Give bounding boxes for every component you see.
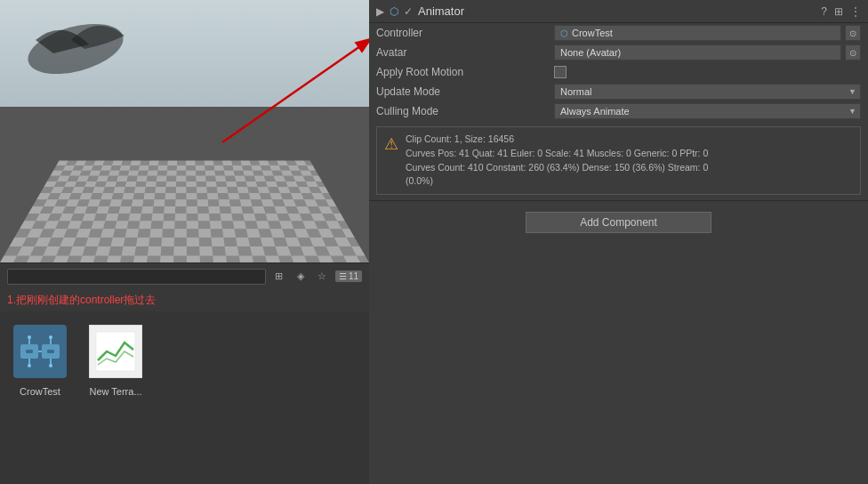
animator-info-text: Clip Count: 1, Size: 16456 Curves Pos: 4… <box>406 133 708 189</box>
layout-icon[interactable]: ⊞ <box>834 5 843 18</box>
avatar-value-field[interactable]: None (Avatar) <box>554 44 841 60</box>
controller-value-field[interactable]: ⬡ CrowTest <box>554 25 841 41</box>
star-icon[interactable]: ☆ <box>314 269 330 285</box>
chevron-down-icon: ▼ <box>848 107 856 116</box>
terrain-label: New Terra... <box>89 386 141 397</box>
svg-rect-7 <box>47 350 54 353</box>
instruction-bar: 1.把刚刚创建的controller拖过去 <box>0 289 369 311</box>
warning-icon: ⚠ <box>384 134 398 189</box>
avatar-value-container: None (Avatar) ⊙ <box>554 44 861 60</box>
layers-count: 11 <box>349 271 358 281</box>
arrow-icon: ▶ <box>376 5 384 18</box>
list-item[interactable]: CrowTest <box>9 320 71 397</box>
avatar-value: None (Avatar) <box>560 47 621 58</box>
apply-root-motion-value <box>554 66 861 78</box>
terrain-asset-icon <box>84 320 147 383</box>
left-panel: ⊞ ◈ ☆ ☰ 11 1.把刚刚创建的controller拖过去 <box>0 0 369 484</box>
add-component-section: Add Component <box>369 201 868 244</box>
create-icon[interactable]: ⊞ <box>271 269 287 285</box>
search-input[interactable] <box>7 269 266 285</box>
inspector-title: Animator <box>418 4 816 18</box>
viewport <box>0 0 369 262</box>
crowtest-asset-icon <box>9 320 71 383</box>
inspector-header: ▶ ⬡ ✓ Animator ? ⊞ ⋮ <box>369 0 868 23</box>
help-icon[interactable]: ? <box>821 5 827 18</box>
info-line-3: Curves Count: 410 Constant: 260 (63.4%) … <box>406 162 708 173</box>
asset-toolbar: ⊞ ◈ ☆ ☰ 11 <box>0 262 369 289</box>
culling-mode-value-container: Always Animate ▼ <box>554 103 861 119</box>
animator-component: Controller ⬡ CrowTest ⊙ Avatar None (Ava… <box>369 23 868 201</box>
controller-value: CrowTest <box>572 28 613 38</box>
header-actions: ? ⊞ ⋮ <box>821 5 861 18</box>
avatar-select-button[interactable]: ⊙ <box>845 44 861 60</box>
inspector-panel: ▶ ⬡ ✓ Animator ? ⊞ ⋮ Controller ⬡ CrowTe… <box>369 0 868 484</box>
controller-select-button[interactable]: ⊙ <box>845 25 861 41</box>
apply-root-motion-label: Apply Root Motion <box>376 66 554 78</box>
culling-mode-label: Culling Mode <box>376 105 554 117</box>
svg-point-14 <box>49 335 52 339</box>
update-mode-value-container: Normal ▼ <box>554 84 861 100</box>
controller-label: Controller <box>376 27 554 39</box>
apply-root-motion-checkbox[interactable] <box>554 66 567 78</box>
avatar-field-group: None (Avatar) ⊙ <box>554 44 861 60</box>
animator-icon: ⬡ <box>390 5 398 18</box>
info-line-1: Clip Count: 1, Size: 16456 <box>406 133 514 144</box>
menu-icon[interactable]: ⋮ <box>850 5 861 18</box>
chevron-down-icon: ▼ <box>848 87 856 96</box>
culling-mode-dropdown[interactable]: Always Animate ▼ <box>554 103 861 119</box>
update-mode-value: Normal <box>560 86 591 97</box>
controller-field-group: ⬡ CrowTest ⊙ <box>554 25 861 41</box>
crowtest-label: CrowTest <box>20 386 60 397</box>
update-mode-label: Update Mode <box>376 85 554 98</box>
culling-mode-row: Culling Mode Always Animate ▼ <box>369 101 868 121</box>
tag-icon[interactable]: ◈ <box>293 269 309 285</box>
update-mode-row: Update Mode Normal ▼ <box>369 82 868 101</box>
animator-info-box: ⚠ Clip Count: 1, Size: 16456 Curves Pos:… <box>376 126 861 195</box>
avatar-label: Avatar <box>376 46 554 59</box>
apply-root-motion-row: Apply Root Motion <box>369 62 868 82</box>
checkerboard-floor <box>0 160 369 262</box>
info-line-4: (0.0%) <box>406 175 433 186</box>
sky-bg <box>0 0 369 107</box>
list-item[interactable]: New Terra... <box>84 320 147 397</box>
instruction-text: 1.把刚刚创建的controller拖过去 <box>7 294 156 306</box>
asset-grid: CrowTest New Terra... <box>0 311 369 484</box>
update-mode-dropdown[interactable]: Normal ▼ <box>554 84 861 100</box>
svg-point-13 <box>28 335 31 339</box>
layers-badge[interactable]: ☰ 11 <box>335 270 362 282</box>
avatar-row: Avatar None (Avatar) ⊙ <box>369 43 868 62</box>
checkmark-icon: ✓ <box>404 5 413 18</box>
controller-row: Controller ⬡ CrowTest ⊙ <box>369 23 868 43</box>
svg-rect-5 <box>26 350 33 353</box>
controller-value-container: ⬡ CrowTest ⊙ <box>554 25 861 41</box>
svg-point-16 <box>49 364 52 367</box>
add-component-button[interactable]: Add Component <box>526 212 711 233</box>
svg-point-15 <box>28 364 31 367</box>
culling-mode-value: Always Animate <box>560 106 630 117</box>
info-line-2: Curves Pos: 41 Quat: 41 Euler: 0 Scale: … <box>406 148 708 158</box>
svg-rect-18 <box>96 332 135 371</box>
